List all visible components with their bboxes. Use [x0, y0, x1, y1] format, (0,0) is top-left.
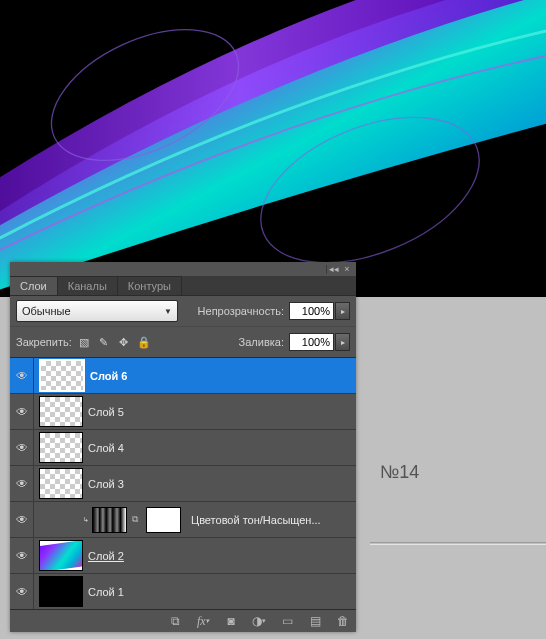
add-mask-icon[interactable]: ◙ [223, 613, 239, 629]
clip-arrow-icon: ↳ [83, 516, 89, 524]
clip-indicator: ↳ [34, 516, 89, 524]
panel-titlebar: ◂◂ × [10, 262, 356, 276]
layer-thumbnail[interactable] [39, 359, 85, 392]
divider [370, 542, 546, 543]
adjustment-layer-icon[interactable]: ◑▾ [251, 613, 267, 629]
step-number-label: №14 [380, 462, 419, 483]
visibility-toggle[interactable]: 👁 [10, 466, 34, 501]
blend-mode-value: Обычные [22, 305, 71, 317]
fx-icon[interactable]: fx▾ [195, 613, 211, 629]
lock-all-icon[interactable]: 🔒 [137, 335, 151, 349]
layer-item[interactable]: 👁 Слой 1 [10, 574, 356, 610]
divider [370, 544, 546, 545]
layer-item[interactable]: 👁 Слой 6 [10, 358, 356, 394]
lock-transparency-icon[interactable]: ▧ [77, 335, 91, 349]
layer-name[interactable]: Цветовой тон/Насыщен... [191, 514, 321, 526]
lock-row: Закрепить: ▧ ✎ ✥ 🔒 Заливка: 100% ▸ [10, 327, 356, 358]
link-icon[interactable]: ⧉ [132, 514, 144, 525]
lock-label: Закрепить: [16, 336, 72, 348]
visibility-toggle[interactable]: 👁 [10, 538, 34, 573]
visibility-toggle[interactable]: 👁 [10, 574, 34, 609]
blend-row: Обычные ▼ Непрозрачность: 100% ▸ [10, 296, 356, 327]
layer-thumbnail[interactable] [39, 432, 83, 463]
layer-name[interactable]: Слой 1 [88, 586, 124, 598]
lock-icons: ▧ ✎ ✥ 🔒 [77, 335, 151, 349]
light-streaks [0, 0, 546, 297]
layer-list: 👁 Слой 6 👁 Слой 5 👁 Слой 4 👁 Слой 3 👁 ↳ … [10, 358, 356, 610]
tab-layers[interactable]: Слои [10, 276, 58, 295]
layer-name[interactable]: Слой 6 [90, 370, 127, 382]
panel-menu-icon[interactable]: ◂◂ [326, 265, 341, 274]
fill-input[interactable]: 100% [289, 333, 334, 351]
opacity-label: Непрозрачность: [198, 305, 284, 317]
tab-paths[interactable]: Контуры [118, 276, 182, 295]
panel-close-icon[interactable]: × [341, 265, 353, 274]
layer-thumbnail[interactable] [39, 540, 83, 571]
layer-name[interactable]: Слой 2 [88, 550, 124, 562]
layer-item[interactable]: 👁 Слой 5 [10, 394, 356, 430]
layer-thumbnail[interactable] [39, 468, 83, 499]
layer-thumbnail[interactable] [39, 576, 83, 607]
layer-name[interactable]: Слой 4 [88, 442, 124, 454]
visibility-toggle[interactable]: 👁 [10, 430, 34, 465]
tab-channels[interactable]: Каналы [58, 276, 118, 295]
adjustment-layer-item[interactable]: 👁 ↳ ⧉ Цветовой тон/Насыщен... [10, 502, 356, 538]
lock-position-icon[interactable]: ✥ [117, 335, 131, 349]
canvas-preview [0, 0, 546, 297]
layer-name[interactable]: Слой 3 [88, 478, 124, 490]
artwork [0, 0, 546, 297]
lock-pixels-icon[interactable]: ✎ [97, 335, 111, 349]
layer-item[interactable]: 👁 Слой 2 [10, 538, 356, 574]
layer-name[interactable]: Слой 5 [88, 406, 124, 418]
fill-stepper[interactable]: ▸ [335, 333, 350, 351]
layer-item[interactable]: 👁 Слой 4 [10, 430, 356, 466]
layer-item[interactable]: 👁 Слой 3 [10, 466, 356, 502]
layer-thumbnail[interactable] [39, 396, 83, 427]
blend-mode-select[interactable]: Обычные ▼ [16, 300, 178, 322]
link-layers-icon[interactable]: ⧉ [167, 613, 183, 629]
opacity-input[interactable]: 100% [289, 302, 334, 320]
panel-tabs: Слои Каналы Контуры [10, 276, 356, 296]
opacity-stepper[interactable]: ▸ [335, 302, 350, 320]
new-group-icon[interactable]: ▭ [279, 613, 295, 629]
dropdown-arrow-icon: ▼ [164, 307, 172, 316]
new-layer-icon[interactable]: ▤ [307, 613, 323, 629]
layer-mask-thumbnail[interactable] [146, 507, 181, 533]
panel-footer: ⧉ fx▾ ◙ ◑▾ ▭ ▤ 🗑 [10, 609, 356, 632]
fill-label: Заливка: [239, 336, 284, 348]
visibility-toggle[interactable]: 👁 [10, 358, 34, 393]
visibility-toggle[interactable]: 👁 [10, 502, 34, 537]
adjustment-thumbnail[interactable] [92, 507, 127, 533]
delete-layer-icon[interactable]: 🗑 [335, 613, 351, 629]
visibility-toggle[interactable]: 👁 [10, 394, 34, 429]
layers-panel: ◂◂ × Слои Каналы Контуры Обычные ▼ Непро… [10, 262, 356, 632]
